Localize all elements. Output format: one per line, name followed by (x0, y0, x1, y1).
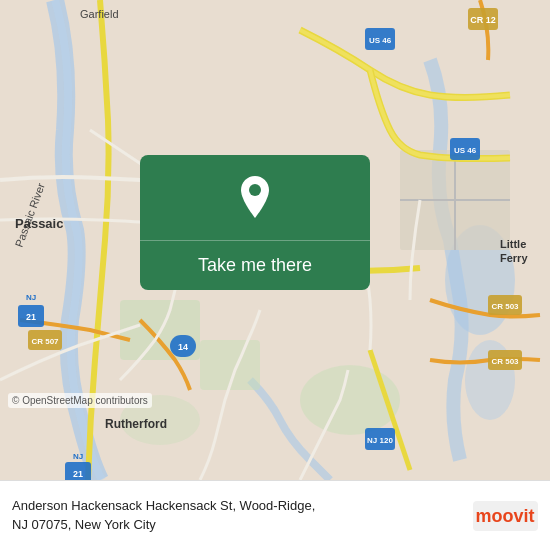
svg-text:Rutherford: Rutherford (105, 417, 167, 431)
button-overlay: Take me there (140, 155, 370, 290)
svg-text:NJ: NJ (73, 452, 83, 461)
location-pin-icon (237, 176, 273, 220)
svg-text:21: 21 (73, 469, 83, 479)
pin-container (140, 155, 370, 240)
svg-text:CR 12: CR 12 (470, 15, 496, 25)
svg-point-40 (249, 184, 261, 196)
svg-text:14: 14 (178, 342, 188, 352)
svg-text:NJ 120: NJ 120 (367, 436, 393, 445)
svg-text:CR 503: CR 503 (491, 302, 519, 311)
footer: Anderson Hackensack Hackensack St, Wood-… (0, 480, 550, 550)
map-container: 21 NJ 21 NJ US 46 US 46 CR 12 36 14 CR 5… (0, 0, 550, 480)
svg-text:Little: Little (500, 238, 526, 250)
address-line2: NJ 07075, New York City (12, 517, 156, 532)
svg-text:NJ: NJ (26, 293, 36, 302)
svg-text:US 46: US 46 (369, 36, 392, 45)
svg-text:21: 21 (26, 312, 36, 322)
address-line1: Anderson Hackensack Hackensack St, Wood-… (12, 498, 315, 513)
svg-text:Garfield: Garfield (80, 8, 119, 20)
footer-text: Anderson Hackensack Hackensack St, Wood-… (12, 497, 463, 533)
attribution-text: © OpenStreetMap contributors (12, 395, 148, 406)
svg-text:moovit: moovit (476, 506, 535, 526)
svg-text:CR 507: CR 507 (31, 337, 59, 346)
take-me-there-button[interactable]: Take me there (140, 240, 370, 290)
svg-text:CR 503: CR 503 (491, 357, 519, 366)
svg-text:Ferry: Ferry (500, 252, 528, 264)
footer-address: Anderson Hackensack Hackensack St, Wood-… (12, 497, 463, 533)
svg-text:US 46: US 46 (454, 146, 477, 155)
osm-attribution: © OpenStreetMap contributors (8, 393, 152, 408)
moovit-logo-svg: moovit (473, 497, 538, 535)
svg-text:Passaic: Passaic (15, 216, 63, 231)
moovit-logo: moovit (473, 497, 538, 535)
